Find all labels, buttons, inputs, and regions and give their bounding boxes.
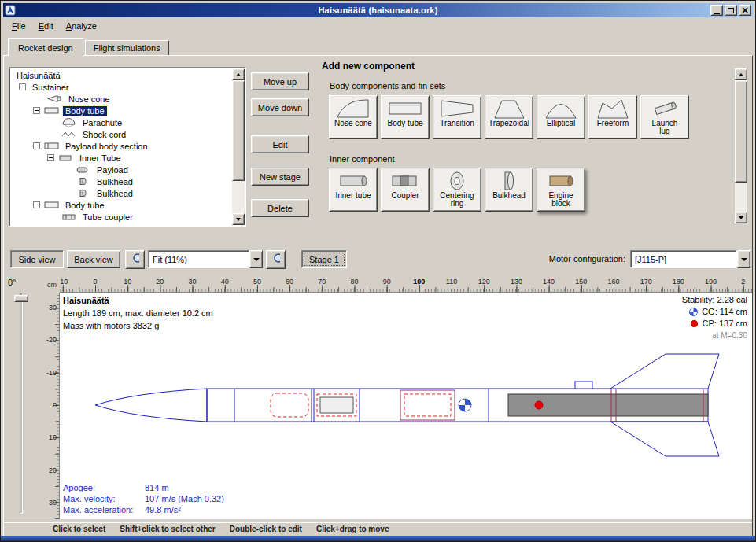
component-button-label: Coupler <box>391 192 419 200</box>
tree-item-bulkhead-aft[interactable]: Bulkhead <box>11 223 231 224</box>
tab-rocket-design[interactable]: Rocket design <box>8 38 83 57</box>
add-panel-scrollbar[interactable] <box>735 68 747 223</box>
horizontal-ruler: -100102030405060708090100110120130140150… <box>60 276 752 293</box>
scroll-up-icon[interactable] <box>735 68 747 80</box>
app-icon[interactable] <box>5 5 16 16</box>
tree-item-bulkhead[interactable]: Bulkhead <box>11 187 231 199</box>
tree-item-parachute[interactable]: Parachute <box>11 116 231 128</box>
add-nose-cone-button[interactable]: Nose cone <box>329 95 378 139</box>
hint-click-select: Click to select <box>53 525 105 533</box>
fin-bottom-shape[interactable] <box>610 422 719 456</box>
hint-click-drag: Click+drag to move <box>316 525 389 533</box>
collapse-icon[interactable] <box>19 83 26 90</box>
tree-item-rocket[interactable]: Haisunäätä <box>11 69 231 81</box>
ruler-label: 10 <box>44 433 57 441</box>
add-elliptical-fin-button[interactable]: Elliptical <box>537 95 585 139</box>
tree-item-body-tube[interactable]: Body tube <box>11 105 231 116</box>
tab-flight-simulations[interactable]: Flight simulations <box>85 40 169 56</box>
chevron-down-icon[interactable] <box>737 250 750 268</box>
fin-top-shape[interactable] <box>610 354 719 389</box>
bodytube-icon <box>388 98 422 120</box>
status-hint-bar: Click to select Shift+click to select ot… <box>4 522 752 536</box>
move-down-button[interactable]: Move down <box>251 98 309 116</box>
close-icon[interactable]: ✕ <box>739 5 751 16</box>
scroll-thumb[interactable] <box>735 80 747 183</box>
tree-item-nose-cone[interactable]: Nose cone <box>11 93 231 105</box>
minimize-icon[interactable] <box>710 5 723 16</box>
add-freeform-fin-button[interactable]: Freeform <box>588 95 637 139</box>
add-centering-ring-button[interactable]: Centering ring <box>433 168 481 212</box>
payload-shape[interactable] <box>320 397 353 413</box>
delete-button[interactable]: Delete <box>251 199 309 217</box>
inner-tube-shape[interactable] <box>404 394 451 416</box>
collapse-icon[interactable] <box>33 107 40 114</box>
edit-button[interactable]: Edit <box>251 135 309 153</box>
tree-scrollbar[interactable] <box>232 68 245 225</box>
move-up-button[interactable]: Move up <box>251 72 309 90</box>
menu-file[interactable]: File <box>6 20 32 33</box>
collapse-icon[interactable] <box>33 142 40 149</box>
scroll-down-icon[interactable] <box>735 212 747 223</box>
tree-item-payload-section[interactable]: Payload body section <box>11 140 231 152</box>
side-view-button[interactable]: Side view <box>10 250 64 268</box>
add-trapezoidal-fin-button[interactable]: Trapezoidal <box>485 95 533 139</box>
add-inner-tube-button[interactable]: Inner tube <box>329 168 378 212</box>
tree-item-body-tube-aft[interactable]: Body tube <box>11 199 231 211</box>
add-engine-block-button[interactable]: Engine block <box>537 168 585 212</box>
collapse-icon[interactable] <box>33 201 40 208</box>
component-button-label: Freeform <box>597 120 629 127</box>
add-launch-lug-button[interactable]: Launch lug <box>640 95 689 139</box>
launch-lug-shape[interactable] <box>575 382 592 389</box>
maximize-icon[interactable] <box>725 5 737 16</box>
collapse-icon[interactable] <box>47 154 54 161</box>
window-title: Haisunäätä (haisunaata.ork) <box>3 6 753 15</box>
motor-configuration-select[interactable]: [J115-P] <box>630 250 750 268</box>
tree-item-payload[interactable]: Payload <box>11 164 231 175</box>
stage-1-toggle[interactable]: Stage 1 <box>301 250 347 268</box>
ruler-label: -30 <box>44 304 57 312</box>
tree-item-bulkhead[interactable]: Bulkhead <box>11 175 231 187</box>
zoom-out-button[interactable] <box>266 250 286 269</box>
tree-item-inner-tube[interactable]: Inner Tube <box>11 152 231 164</box>
coupler-icon <box>61 212 77 221</box>
scroll-down-icon[interactable] <box>232 213 245 225</box>
titlebar[interactable]: Haisunäätä (haisunaata.ork) ✕ <box>3 3 753 17</box>
scroll-thumb[interactable] <box>232 80 245 181</box>
new-stage-button[interactable]: New stage <box>251 168 309 186</box>
scroll-up-icon[interactable] <box>232 68 245 80</box>
tree-item-tube-coupler[interactable]: Tube coupler <box>11 211 231 223</box>
nose-cone-shape[interactable] <box>95 389 207 422</box>
back-view-button[interactable]: Back view <box>67 250 120 268</box>
tree-item-label: Haisunäätä <box>14 71 63 80</box>
zoom-select[interactable]: Fit (11%) <box>148 250 263 268</box>
ruler-label: -20 <box>44 336 57 344</box>
zoom-in-button[interactable] <box>125 250 145 269</box>
tree-item-label: Tube coupler <box>80 212 135 222</box>
ruler-label: 0 <box>44 401 57 409</box>
cp-marker <box>535 401 543 409</box>
motor-configuration-label: Motor configuration: <box>444 254 625 264</box>
menu-analyze[interactable]: Analyze <box>60 20 103 33</box>
tree-item-label: Inner Tube <box>77 153 124 163</box>
tree-item-sustainer[interactable]: Sustainer <box>11 81 231 93</box>
payload-section-shape[interactable] <box>400 390 455 420</box>
rotation-slider[interactable] <box>20 293 23 514</box>
rotation-slider-handle[interactable] <box>14 295 28 302</box>
add-coupler-button[interactable]: Coupler <box>381 168 430 212</box>
rocket-name: Haisunäätä <box>63 294 213 307</box>
parachute-shape[interactable] <box>271 393 308 417</box>
add-transition-button[interactable]: Transition <box>433 95 481 139</box>
tree-item-shock-cord[interactable]: Shock cord <box>11 128 231 140</box>
add-bulkhead-button[interactable]: Bulkhead <box>485 168 533 212</box>
ruler-label: 140 <box>533 276 565 286</box>
tree-item-label: Payload <box>94 165 131 175</box>
trapezoidal-fin-icon <box>492 98 526 120</box>
component-tree[interactable]: Haisunäätä Sustainer Nose cone Body tube… <box>9 67 246 227</box>
chevron-down-icon[interactable] <box>249 250 263 268</box>
parachute-icon <box>61 118 77 127</box>
menu-edit[interactable]: Edit <box>32 20 60 33</box>
add-body-tube-button[interactable]: Body tube <box>381 95 430 139</box>
max-acceleration-value: 49.8 m/s² <box>145 504 181 515</box>
rocket-view-canvas[interactable]: Haisunäätä Length 189 cm, max. diameter … <box>60 293 752 519</box>
component-button-label: Body tube <box>387 120 422 127</box>
